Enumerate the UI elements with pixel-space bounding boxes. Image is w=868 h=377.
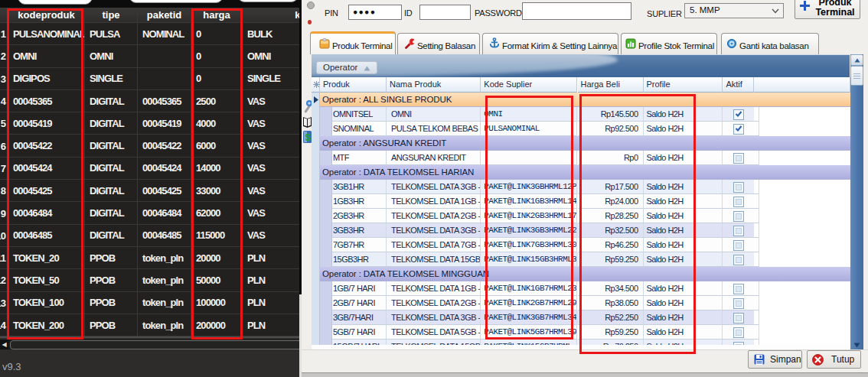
svg-text:$: $: [305, 132, 311, 143]
